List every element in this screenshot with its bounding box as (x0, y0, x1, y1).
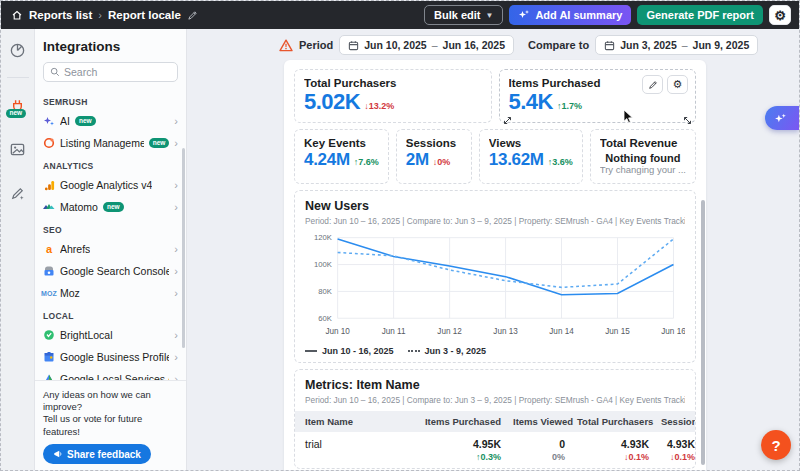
images-icon[interactable] (7, 138, 29, 160)
metric-value: 2M (406, 149, 429, 170)
help-button[interactable]: ? (761, 430, 791, 460)
canvas-scrollbar[interactable] (701, 200, 705, 465)
new-users-chart-widget[interactable]: New Users Period: Jun 10 – 16, 2025 | Co… (294, 190, 696, 362)
sidebar-item-ai[interactable]: AI new › (43, 110, 178, 132)
card-views[interactable]: Views 13.62M ↑3.6% (479, 129, 583, 184)
integrations-icon[interactable]: new (7, 94, 29, 116)
home-icon[interactable] (11, 9, 23, 21)
app-window: Reports list › Report locale Bulk edit ▼… (0, 0, 800, 471)
matomo-icon (43, 201, 55, 213)
breadcrumb-reports-list[interactable]: Reports list (29, 9, 92, 21)
edit-widget-button[interactable] (642, 75, 663, 94)
solid-line-swatch (305, 350, 317, 352)
section-seo: SEO (43, 225, 178, 235)
sidebar-item-matomo[interactable]: Matomo new › (43, 196, 178, 218)
sidebar-item-google-business-profile[interactable]: Google Business Profile › (43, 346, 178, 368)
empty-state-title: Nothing found (600, 152, 686, 164)
period-date-range[interactable]: Jun 10, 2025 – Jun 16, 2025 (339, 35, 514, 55)
sidebar-item-google-local-services[interactable]: Google Local Services Ads › (43, 368, 178, 380)
resize-handle-bottom-right[interactable] (683, 111, 692, 120)
sidebar-item-google-search-console[interactable]: Google Search Console › (43, 260, 178, 282)
col-sessions[interactable]: Sessions (651, 411, 696, 432)
google-business-profile-icon (43, 351, 55, 363)
metric-delta: ↓0% (433, 157, 451, 167)
calendar-icon (604, 40, 615, 51)
sidebar-scrollbar[interactable] (182, 148, 185, 348)
left-icon-rail: new (1, 29, 35, 471)
listing-management-icon (43, 137, 55, 149)
search-input[interactable] (64, 66, 171, 78)
new-badge: new (75, 116, 96, 126)
dashed-line-swatch (408, 350, 420, 352)
compare-date-range[interactable]: Jun 3, 2025 – Jun 9, 2025 (595, 35, 758, 55)
empty-state-subtitle: Try changing your ... (600, 164, 686, 175)
table-header-row: Item Name Items Purchased Items Viewed T… (295, 411, 696, 432)
rail-new-badge: new (6, 109, 27, 118)
chevron-right-icon: › (174, 373, 178, 380)
metric-delta: ↑7.6% (354, 157, 379, 167)
ai-assistant-pill[interactable] (765, 106, 799, 130)
svg-text:60K: 60K (318, 314, 333, 323)
period-toolbar: Period Jun 10, 2025 – Jun 16, 2025 Compa… (187, 29, 799, 60)
settings-gear-button[interactable]: ⚙ (769, 5, 791, 25)
table-row: trial 4.95K ↑0.3% 0 0% 4.93K (295, 432, 696, 468)
svg-text:120K: 120K (314, 233, 333, 242)
card-items-purchased[interactable]: Items Purchased 5.4K ↑1.7% ⚙ (499, 69, 697, 123)
sidebar-item-google-analytics[interactable]: Google Analytics v4 › (43, 174, 178, 196)
search-icon (50, 67, 60, 77)
report-canvas: Total Purchasers 5.02K ↓13.2% Items Purc… (284, 60, 706, 471)
svg-text:Jun 10: Jun 10 (325, 327, 350, 336)
card-total-purchasers[interactable]: Total Purchasers 5.02K ↓13.2% (294, 69, 492, 123)
megaphone-icon (53, 449, 63, 459)
chevron-right-icon: › (174, 287, 178, 299)
svg-text:Jun 12: Jun 12 (437, 327, 462, 336)
svg-text:Jun 16: Jun 16 (661, 327, 685, 336)
sidebar-item-ahrefs[interactable]: a Ahrefs › (43, 238, 178, 260)
bulk-edit-button[interactable]: Bulk edit ▼ (424, 5, 503, 25)
feedback-box: Any ideas on how we can improve? Tell us… (35, 380, 186, 471)
sidebar-item-listing-management[interactable]: Listing Management new › (43, 132, 178, 154)
col-item-name[interactable]: Item Name (295, 411, 403, 432)
row-sessions: 4.93K ↓0.1% (651, 432, 696, 468)
chevron-right-icon: › (174, 115, 178, 127)
chart-subtitle: Period: Jun 10 – 16, 2025 | Compare to: … (305, 216, 685, 226)
row-items-viewed: 0 0% (503, 432, 567, 468)
section-analytics: ANALYTICS (43, 161, 178, 171)
ai-writer-icon[interactable] (7, 182, 29, 204)
table-subtitle: Period: Jun 10 – 16, 2025 | Compare to: … (305, 395, 685, 405)
generate-pdf-button[interactable]: Generate PDF report (637, 5, 763, 25)
add-ai-summary-button[interactable]: Add AI summary (509, 5, 631, 25)
google-local-services-icon (43, 373, 55, 380)
sidebar-item-brightlocal[interactable]: BrightLocal › (43, 324, 178, 346)
sidebar-title: Integrations (35, 29, 186, 62)
sidebar-search[interactable] (43, 62, 178, 82)
share-feedback-button[interactable]: Share feedback (43, 444, 151, 464)
svg-text:100K: 100K (314, 260, 333, 269)
sidebar-item-moz[interactable]: MOZ Moz › (43, 282, 178, 304)
chevron-right-icon: › (174, 329, 178, 341)
compare-to-label: Compare to (528, 39, 589, 51)
col-items-viewed[interactable]: Items Viewed (503, 411, 567, 432)
chart-title: New Users (305, 199, 685, 213)
ai-sparkles-icon (43, 115, 55, 127)
edit-title-icon[interactable] (187, 10, 198, 21)
metrics-table-widget[interactable]: Metrics: Item Name Period: Jun 10 – 16, … (294, 369, 696, 469)
breadcrumb: Reports list › Report locale (11, 9, 198, 21)
metrics-table: Item Name Items Purchased Items Viewed T… (295, 411, 696, 468)
legend-compare-period: Jun 3 - 9, 2025 (408, 346, 487, 356)
metric-value: 13.62M (489, 149, 544, 170)
card-sessions[interactable]: Sessions 2M ↓0% (396, 129, 472, 184)
col-total-purchasers[interactable]: Total Purchasers (567, 411, 651, 432)
feedback-line1: Any ideas on how we can improve? (43, 389, 178, 414)
resize-handle-bottom-left[interactable] (503, 111, 512, 120)
col-items-purchased[interactable]: Items Purchased (403, 411, 503, 432)
widget-settings-button[interactable]: ⚙ (667, 75, 688, 94)
metric-value: 4.24M (304, 149, 350, 170)
sparkles-icon (518, 9, 530, 21)
card-key-events[interactable]: Key Events 4.24M ↑7.6% (294, 129, 389, 184)
new-badge: new (103, 202, 124, 212)
table-title: Metrics: Item Name (305, 378, 685, 392)
card-total-revenue[interactable]: Total Revenue Nothing found Try changing… (590, 129, 696, 184)
chevron-right-icon: › (174, 137, 178, 149)
pie-chart-icon[interactable] (7, 39, 29, 61)
